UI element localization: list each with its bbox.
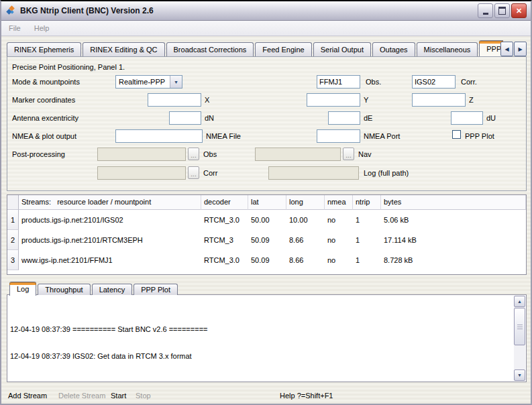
antenna-dn-input[interactable] (169, 111, 201, 125)
stream-decoder: RTCM_3.0 (201, 210, 248, 230)
tab-scroll-left-button[interactable]: ◀ (500, 42, 513, 56)
post-corr-path-input[interactable] (97, 166, 186, 180)
mode-combobox[interactable]: Realtime-PPP ▼ (115, 75, 182, 89)
stop-button[interactable]: Stop (136, 392, 151, 400)
col-bytes: bytes (381, 195, 526, 210)
stream-long: 10.00 (286, 210, 325, 230)
tab-log[interactable]: Log (9, 282, 36, 296)
tab-latency[interactable]: Latency (92, 284, 133, 295)
corr-path-label: Corr (203, 169, 217, 177)
tab-label: Miscellaneous (424, 46, 471, 54)
tab-feed-engine[interactable]: Feed Engine (255, 42, 311, 56)
du-label: dU (486, 114, 496, 122)
stream-mountpoint: products.igs-ip.net:2101/RTCM3EPH (19, 230, 201, 250)
scroll-down-icon: ▼ (517, 373, 522, 378)
browse-corr-button[interactable]: ... (188, 166, 199, 179)
stream-bytes: 17.114 kB (381, 230, 526, 250)
mode-mountpoints-label: Mode & mountpoints (12, 78, 80, 86)
x-label: X (205, 96, 209, 104)
menu-help[interactable]: Help (34, 24, 50, 32)
stream-lat: 50.09 (248, 230, 286, 250)
row-number[interactable]: 3 (7, 250, 19, 270)
y-label: Y (364, 96, 368, 104)
tab-serial-output[interactable]: Serial Output (313, 42, 371, 56)
row-number[interactable]: 2 (7, 230, 19, 250)
stream-mountpoint: www.igs-ip.net:2101/FFMJ1 (19, 250, 201, 270)
tab-throughput[interactable]: Throughput (38, 284, 90, 295)
marker-y-input[interactable] (307, 93, 360, 107)
scroll-up-button[interactable]: ▲ (514, 296, 525, 307)
tab-rinex-editing-qc[interactable]: RINEX Editing & QC (83, 42, 164, 56)
maximize-button[interactable] (494, 3, 510, 18)
stream-decoder: RTCM_3 (201, 230, 248, 250)
close-button[interactable]: ✕ (511, 3, 527, 18)
menu-file[interactable]: File (9, 24, 21, 32)
tab-label: Log (17, 285, 29, 293)
tab-ppp-plot[interactable]: PPP Plot (134, 284, 178, 295)
post-log-path-input[interactable] (268, 166, 359, 180)
stream-row-2[interactable]: 2 products.igs-ip.net:2101/RTCM3EPH RTCM… (7, 230, 526, 250)
minimize-button[interactable] (478, 3, 493, 18)
stream-row-1[interactable]: 1 products.igs-ip.net:2101/IGS02 RTCM_3.… (7, 210, 526, 230)
marker-x-input[interactable] (148, 93, 201, 107)
add-stream-button[interactable]: Add Stream (8, 392, 47, 400)
log-tab-bar: Log Throughput Latency PPP Plot (9, 282, 178, 295)
col-mountpoint: Streams: resource loader / mountpoint (19, 195, 201, 210)
tab-outages[interactable]: Outages (372, 42, 415, 56)
tab-broadcast-corrections[interactable]: Broadcast Corrections (166, 42, 254, 56)
tab-miscellaneous[interactable]: Miscellaneous (417, 42, 478, 56)
tab-ppp-1[interactable]: PPP (1) (479, 40, 503, 56)
row-number[interactable]: 1 (7, 210, 19, 230)
col-ntrip: ntrip (353, 195, 381, 210)
main-tab-bar: RINEX Ephemeris RINEX Editing & QC Broad… (7, 40, 503, 56)
ppp-plot-label: PPP Plot (465, 132, 494, 140)
stream-lat: 50.09 (248, 250, 286, 270)
ppp-plot-checkbox[interactable] (452, 130, 461, 139)
tab-label: RINEX Editing & QC (90, 46, 157, 54)
window-title: BKG Ntrip Client (BNC) Version 2.6 (20, 6, 474, 15)
scroll-up-icon: ▲ (517, 299, 522, 304)
log-line: 12-04-19 08:37:39 IGS02: Get data in RTC… (10, 352, 513, 361)
thumb-grip-icon (517, 325, 523, 325)
stream-ntrip: 1 (353, 210, 381, 230)
marker-z-input[interactable] (412, 93, 466, 107)
nmea-file-input[interactable] (115, 129, 203, 143)
close-icon: ✕ (516, 7, 522, 15)
tab-label: Latency (99, 286, 125, 294)
stream-row-3[interactable]: 3 www.igs-ip.net:2101/FFMJ1 RTCM_3.0 50.… (7, 250, 526, 270)
streams-table-header: Streams: resource loader / mountpoint de… (7, 195, 526, 210)
log-line: 12-04-19 08:37:39 ========== Start BNC v… (10, 325, 513, 334)
nmea-port-input[interactable] (317, 129, 360, 143)
chevron-right-icon: ▶ (518, 46, 522, 52)
antenna-de-input[interactable] (328, 111, 360, 125)
nmea-port-label: NMEA Port (364, 132, 400, 140)
tab-rinex-ephemeris[interactable]: RINEX Ephemeris (7, 42, 81, 56)
post-obs-path-input[interactable] (97, 148, 186, 161)
delete-stream-button[interactable]: Delete Stream (58, 392, 105, 400)
tab-label: Throughput (45, 286, 83, 294)
browse-nav-button[interactable]: ... (343, 148, 354, 160)
title-bar[interactable]: BKG Ntrip Client (BNC) Version 2.6 ✕ (1, 1, 531, 21)
col-nmea: nmea (325, 195, 353, 210)
log-scrollbar[interactable]: ▲ ▼ (514, 296, 525, 381)
scrollbar-thumb[interactable] (514, 308, 525, 345)
obs-mountpoint-input[interactable] (317, 75, 360, 89)
tab-label: Outages (380, 46, 408, 54)
bnc-window: BKG Ntrip Client (BNC) Version 2.6 ✕ Fil… (0, 0, 532, 405)
start-button[interactable]: Start (111, 392, 126, 400)
tab-label: Broadcast Corrections (174, 46, 247, 54)
scroll-down-button[interactable]: ▼ (514, 369, 525, 381)
tab-label: Feed Engine (262, 46, 304, 54)
post-nav-path-input[interactable] (255, 148, 341, 161)
browse-obs-button[interactable]: ... (188, 148, 199, 160)
panel-heading: Precise Point Positioning, Panel 1. (12, 63, 125, 71)
antenna-du-input[interactable] (451, 111, 483, 125)
dn-label: dN (205, 114, 214, 122)
row-number-header (7, 195, 19, 210)
mode-combobox-value: Realtime-PPP (116, 78, 170, 86)
minimize-icon (483, 13, 488, 15)
tab-scroll-right-button[interactable]: ▶ (514, 42, 527, 56)
corr-mountpoint-input[interactable] (412, 75, 456, 89)
dropdown-arrow-icon[interactable]: ▼ (170, 76, 182, 88)
tab-scroll-buttons: ◀ ▶ (500, 42, 527, 56)
